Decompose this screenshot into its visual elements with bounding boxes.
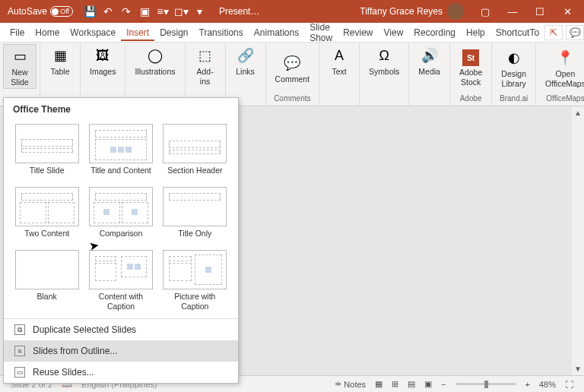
more-icon[interactable]: ▾: [193, 5, 205, 17]
text-button[interactable]: AText: [322, 44, 356, 78]
adobestock-button[interactable]: StAdobe Stock: [453, 48, 488, 88]
fit-window-icon[interactable]: ⛶: [565, 380, 573, 389]
new-slide-icon: ▭: [10, 46, 30, 66]
layout-blank[interactable]: Blank: [13, 250, 81, 311]
tab-home[interactable]: Home: [30, 24, 65, 41]
tab-insert[interactable]: Insert: [121, 24, 154, 41]
view-sorter-icon[interactable]: ⊞: [392, 379, 398, 389]
list-icon[interactable]: ≡▾: [157, 5, 169, 17]
group-brand-label: Brand.ai: [500, 93, 528, 104]
reuse-icon: ▭: [14, 367, 25, 378]
autosave-toggle[interactable]: AutoSave Off: [8, 6, 73, 17]
zoom-out-button[interactable]: −: [441, 380, 446, 389]
layout-title-content[interactable]: Title and Content: [87, 124, 154, 184]
duplicate-icon: ⧉: [14, 324, 25, 335]
layout-two-content[interactable]: Two Content: [13, 187, 81, 247]
slides-from-outline-item[interactable]: ≡Slides from Outline...: [4, 340, 238, 362]
tab-shortcut[interactable]: ShortcutTo: [490, 24, 544, 41]
user-account[interactable]: Tiffany Grace Reyes: [360, 3, 464, 20]
illustrations-icon: ◯: [145, 46, 165, 65]
dropdown-title: Office Theme: [4, 98, 238, 121]
layout-title-only[interactable]: Title Only: [161, 187, 229, 247]
addins-icon: ⬚: [195, 46, 215, 65]
maximize-button[interactable]: ☐: [526, 1, 554, 22]
tab-workspace[interactable]: Workspace: [65, 24, 121, 41]
images-button[interactable]: 🖼Images: [84, 44, 122, 78]
shapes-icon[interactable]: ◻▾: [175, 5, 187, 17]
undo-icon[interactable]: ↶: [102, 5, 114, 17]
group-officemaps-label: OfficeMaps: [546, 93, 584, 104]
tab-design[interactable]: Design: [154, 24, 193, 41]
user-name: Tiffany Grace Reyes: [360, 6, 443, 17]
vertical-scrollbar[interactable]: ▲▼: [572, 106, 584, 375]
avatar: [447, 3, 464, 20]
tab-view[interactable]: View: [379, 24, 409, 41]
media-button[interactable]: 🔊Media: [412, 44, 446, 78]
pin-icon: 📍: [555, 48, 575, 68]
notes-button[interactable]: ≐ Notes: [335, 379, 366, 389]
ribbon-options-icon[interactable]: ▢: [471, 1, 499, 22]
share-button[interactable]: ⇱: [544, 25, 563, 40]
designlibrary-button[interactable]: ◐Design Library: [495, 46, 532, 90]
tab-file[interactable]: File: [5, 24, 30, 41]
symbols-icon: Ω: [374, 46, 394, 65]
layout-title-slide[interactable]: Title Slide: [13, 124, 81, 184]
table-button[interactable]: ▦Table: [43, 44, 77, 78]
links-icon: 🔗: [236, 46, 256, 65]
present-icon[interactable]: ▣: [138, 5, 151, 17]
comment-button[interactable]: 💬Comment: [269, 52, 316, 86]
scroll-up-icon[interactable]: ▲: [574, 109, 582, 117]
images-icon: 🖼: [93, 46, 113, 65]
reuse-slides-item[interactable]: ▭Reuse Slides...: [4, 362, 238, 383]
outline-icon: ≡: [14, 346, 25, 356]
adobestock-icon: St: [462, 49, 479, 66]
autosave-label: AutoSave: [8, 6, 47, 17]
new-slide-dropdown: Office Theme Title Slide Title and Conte…: [3, 97, 239, 384]
links-button[interactable]: 🔗Links: [229, 44, 262, 78]
zoom-level[interactable]: 48%: [539, 380, 556, 389]
minimize-button[interactable]: —: [499, 1, 526, 22]
tab-review[interactable]: Review: [338, 24, 378, 41]
addins-button[interactable]: ⬚Add- ins: [189, 44, 222, 87]
zoom-in-button[interactable]: +: [525, 380, 530, 389]
quick-access-toolbar: 💾 ↶ ↷ ▣ ≡▾ ◻▾ ▾: [84, 5, 205, 17]
title-bar: AutoSave Off 💾 ↶ ↷ ▣ ≡▾ ◻▾ ▾ Present… Ti…: [0, 0, 584, 23]
view-reading-icon[interactable]: ▤: [408, 379, 415, 389]
menu-bar: File Home Workspace Insert Design Transi…: [0, 23, 584, 43]
view-normal-icon[interactable]: ▦: [375, 379, 382, 389]
view-slideshow-icon[interactable]: ▣: [424, 379, 432, 389]
document-name: Present…: [219, 6, 259, 17]
designlibrary-icon: ◐: [504, 48, 524, 68]
tab-recording[interactable]: Recording: [408, 24, 461, 41]
tab-transitions[interactable]: Transitions: [194, 24, 249, 41]
save-icon[interactable]: 💾: [84, 5, 96, 17]
tab-animations[interactable]: Animations: [249, 24, 304, 41]
redo-icon[interactable]: ↷: [120, 5, 132, 17]
new-slide-button[interactable]: ▭New Slide: [3, 44, 36, 89]
window-controls: ▢ — ☐ ✕: [471, 1, 581, 22]
symbols-button[interactable]: ΩSymbols: [363, 44, 405, 78]
table-icon: ▦: [50, 46, 70, 65]
group-comments-label: Comments: [274, 93, 310, 104]
duplicate-slides-item[interactable]: ⧉Duplicate Selected Slides: [4, 319, 238, 340]
toggle-switch[interactable]: Off: [50, 6, 73, 17]
illustrations-button[interactable]: ◯Illustrations: [129, 44, 181, 78]
layout-grid: Title Slide Title and Content Section He…: [4, 121, 238, 318]
tab-help[interactable]: Help: [461, 24, 490, 41]
group-adobe-label: Adobe: [460, 93, 482, 104]
dropdown-commands: ⧉Duplicate Selected Slides ≡Slides from …: [4, 318, 238, 383]
comment-icon: 💬: [282, 53, 302, 73]
zoom-slider[interactable]: [455, 383, 516, 385]
text-icon: A: [329, 46, 349, 65]
media-icon: 🔊: [420, 46, 440, 65]
layout-content-caption[interactable]: Content with Caption: [87, 250, 154, 311]
close-button[interactable]: ✕: [554, 1, 581, 22]
layout-picture-caption[interactable]: Picture with Caption: [161, 250, 229, 311]
scroll-down-icon[interactable]: ▼: [574, 365, 582, 373]
comments-button[interactable]: 💬: [566, 25, 584, 40]
layout-section-header[interactable]: Section Header: [161, 124, 229, 184]
officemaps-button[interactable]: 📍Open OfficeMaps: [539, 46, 584, 90]
